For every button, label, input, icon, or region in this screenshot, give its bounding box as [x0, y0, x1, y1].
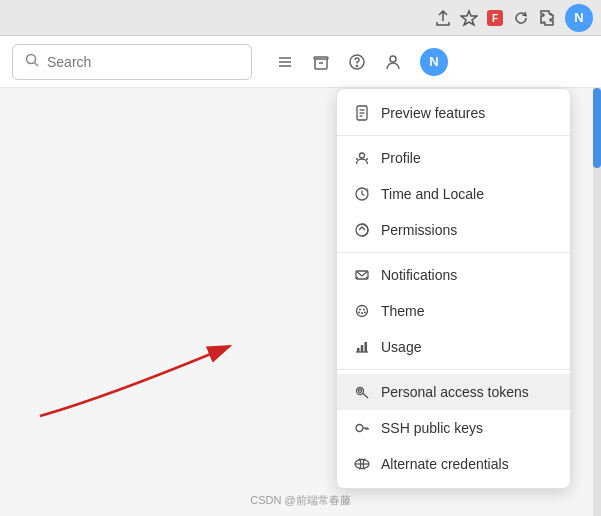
alternate-credentials-label: Alternate credentials: [381, 456, 509, 472]
theme-label: Theme: [381, 303, 425, 319]
svg-line-37: [363, 394, 368, 399]
profile-label: Profile: [381, 150, 421, 166]
svg-point-26: [357, 306, 368, 317]
svg-point-36: [357, 388, 364, 395]
svg-point-3: [27, 54, 36, 63]
svg-marker-0: [461, 11, 477, 25]
svg-rect-34: [361, 345, 364, 352]
svg-line-4: [35, 62, 39, 66]
person-icon[interactable]: [382, 51, 404, 73]
notifications-icon: [353, 266, 371, 284]
ssh-keys-icon: [353, 419, 371, 437]
divider-2: [337, 252, 570, 253]
watermark: CSDN @前端常春藤: [250, 493, 350, 508]
svg-rect-33: [357, 348, 360, 352]
menu-item-time-locale[interactable]: Time and Locale: [337, 176, 570, 212]
svg-point-29: [361, 312, 363, 314]
menu-item-preview-features[interactable]: Preview features: [337, 95, 570, 131]
notifications-label: Notifications: [381, 267, 457, 283]
svg-point-12: [356, 65, 357, 66]
search-box[interactable]: [12, 44, 252, 80]
formext-icon[interactable]: F: [485, 8, 505, 28]
profile-icon: [353, 149, 371, 167]
toolbar-avatar[interactable]: N: [420, 48, 448, 76]
scrollbar-track[interactable]: [593, 88, 601, 516]
svg-point-30: [358, 312, 360, 314]
usage-label: Usage: [381, 339, 421, 355]
permissions-label: Permissions: [381, 222, 457, 238]
svg-rect-9: [314, 57, 328, 59]
scrollbar-thumb[interactable]: [593, 88, 601, 168]
search-icon: [25, 53, 39, 71]
menu-item-permissions[interactable]: Permissions: [337, 212, 570, 248]
preview-features-label: Preview features: [381, 105, 485, 121]
svg-point-13: [390, 56, 396, 62]
puzzle-icon[interactable]: [537, 8, 557, 28]
svg-point-27: [359, 309, 361, 311]
browser-chrome: F N: [0, 0, 601, 36]
archive-icon[interactable]: [310, 51, 332, 73]
permissions-icon: [353, 221, 371, 239]
ssh-public-keys-label: SSH public keys: [381, 420, 483, 436]
usage-icon: [353, 338, 371, 356]
menu-item-theme[interactable]: Theme: [337, 293, 570, 329]
main-content: Preview features Profile: [0, 88, 601, 516]
star-icon[interactable]: [459, 8, 479, 28]
svg-point-31: [364, 312, 366, 314]
menu-item-usage[interactable]: Usage: [337, 329, 570, 365]
toolbar-icons: N: [274, 48, 448, 76]
arrow-annotation: [30, 316, 330, 436]
svg-rect-35: [365, 342, 368, 352]
time-locale-label: Time and Locale: [381, 186, 484, 202]
svg-point-38: [359, 390, 362, 393]
divider-3: [337, 369, 570, 370]
menu-item-profile[interactable]: Profile: [337, 140, 570, 176]
share-icon[interactable]: [433, 8, 453, 28]
menu-item-personal-access-tokens[interactable]: Personal access tokens: [337, 374, 570, 410]
help-icon[interactable]: [346, 51, 368, 73]
theme-icon: [353, 302, 371, 320]
svg-point-39: [356, 425, 363, 432]
svg-text:F: F: [492, 13, 498, 24]
document-icon: [353, 104, 371, 122]
dropdown-menu: Preview features Profile: [336, 88, 571, 489]
personal-access-tokens-icon: [353, 383, 371, 401]
search-input[interactable]: [47, 54, 239, 70]
page-toolbar: N: [0, 36, 601, 88]
refresh-icon[interactable]: [511, 8, 531, 28]
menu-item-ssh-public-keys[interactable]: SSH public keys: [337, 410, 570, 446]
menu-item-notifications[interactable]: Notifications: [337, 257, 570, 293]
svg-point-18: [360, 153, 365, 158]
clock-settings-icon: [353, 185, 371, 203]
menu-item-alternate-credentials[interactable]: Alternate credentials: [337, 446, 570, 482]
divider-1: [337, 135, 570, 136]
svg-point-28: [363, 309, 365, 311]
list-icon[interactable]: [274, 51, 296, 73]
user-avatar[interactable]: N: [565, 4, 593, 32]
personal-access-tokens-label: Personal access tokens: [381, 384, 529, 400]
alternate-credentials-icon: [353, 455, 371, 473]
